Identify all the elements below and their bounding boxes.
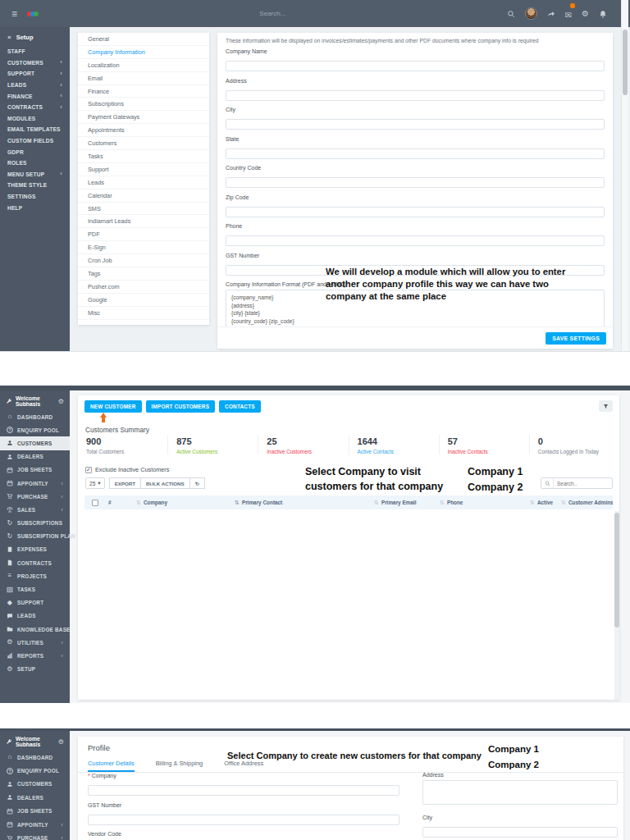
sidebar-item-customers[interactable]: CUSTOMERS: [0, 436, 70, 450]
sidebar-item-appointly[interactable]: APPOINTLY‹: [0, 818, 70, 831]
company-name-field[interactable]: [226, 61, 605, 71]
sidebar-item-email-templates[interactable]: EMAIL TEMPLATES: [0, 124, 70, 135]
sidebar-item-subscriptions[interactable]: ↻SUBSCRIPTIONS: [0, 517, 70, 530]
sidebar-item-theme-style[interactable]: THEME STYLE: [0, 180, 70, 191]
sidebar-item-job-sheets[interactable]: JOB SHEETS: [0, 463, 70, 477]
scrollbar-thumb[interactable]: [614, 513, 619, 628]
settings-item-finance[interactable]: Finance: [78, 85, 209, 98]
settings-item-company-information[interactable]: Company Information: [78, 46, 209, 59]
settings-item-customers[interactable]: Customers: [78, 137, 209, 150]
page-size-select[interactable]: 25▾: [85, 477, 105, 489]
sidebar-item-enquiry-pool[interactable]: ?ENQUIRY POOL: [0, 764, 70, 777]
sidebar-item-subscription-plan[interactable]: ↻SUBSCRIPTION PLAN: [0, 530, 70, 543]
column-header-active[interactable]: ⇅Active: [527, 500, 559, 506]
sidebar-item-customers[interactable]: CUSTOMERS‹: [0, 57, 70, 69]
city-field[interactable]: [422, 827, 618, 838]
settings-item-support[interactable]: Support: [78, 163, 209, 176]
scrollbar[interactable]: [621, 0, 628, 351]
exclude-inactive-checkbox[interactable]: ✓ Exclude Inactive Customers: [85, 466, 169, 473]
settings-item-general[interactable]: General: [78, 33, 209, 46]
state-field[interactable]: [226, 148, 605, 159]
sidebar-item-enquiry-pool[interactable]: ?ENQUIRY POOL: [0, 423, 70, 436]
tab-customer-details[interactable]: Customer Details: [88, 756, 135, 772]
sidebar-item-modules[interactable]: MODULES: [0, 113, 70, 125]
sidebar-item-purchase[interactable]: PURCHASE‹: [0, 490, 70, 503]
table-search[interactable]: [541, 477, 613, 489]
column-header-customer-admins[interactable]: ⇅Customer Admins: [559, 500, 613, 506]
sidebar-item-gdpr[interactable]: GDPR: [0, 146, 70, 158]
settings-item-sms[interactable]: SMS: [78, 203, 209, 216]
city-field[interactable]: [226, 119, 605, 130]
column-header-phone[interactable]: ⇅Phone: [437, 500, 527, 506]
phone-field[interactable]: [226, 235, 605, 246]
search-icon[interactable]: [507, 10, 515, 18]
settings-item-tags[interactable]: Tags: [78, 267, 209, 281]
settings-item-subscriptions[interactable]: Subscriptions: [78, 98, 209, 111]
table-search-input[interactable]: [554, 481, 612, 486]
column-header-primary-contact[interactable]: ⇅Primary Contact: [232, 500, 372, 506]
settings-item-calendar[interactable]: Calendar: [78, 189, 209, 203]
settings-item-localization[interactable]: Localization: [78, 59, 209, 72]
settings-item-misc[interactable]: Misc: [78, 307, 209, 320]
sidebar-item-customers[interactable]: CUSTOMERS: [0, 778, 70, 791]
settings-item-pdf[interactable]: PDF: [78, 228, 209, 241]
sidebar-item-purchase[interactable]: PURCHASE‹: [0, 831, 70, 840]
sidebar-item-projects[interactable]: ≡PROJECTS: [0, 569, 70, 582]
sidebar-item-reports[interactable]: REPORTS‹: [0, 649, 70, 662]
gear-icon[interactable]: ⚙: [582, 10, 589, 18]
settings-item-google[interactable]: Google: [78, 294, 209, 307]
column-header-number[interactable]: #: [106, 500, 134, 505]
address-field[interactable]: [226, 90, 605, 101]
sidebar-welcome[interactable]: Welcome Subhasis ⚙: [0, 390, 70, 410]
company-field[interactable]: [88, 785, 399, 796]
sidebar-item-support[interactable]: SUPPORT‹: [0, 68, 70, 80]
sidebar-item-finance[interactable]: FINANCE‹: [0, 90, 70, 102]
sidebar-item-setup[interactable]: ⚙SETUP: [0, 663, 70, 676]
sidebar-item-dashboard[interactable]: ⌂DASHBOARD: [0, 751, 70, 764]
app-logo[interactable]: [27, 11, 39, 16]
select-all-checkbox[interactable]: [84, 500, 106, 506]
sidebar-item-dealers[interactable]: DEALERS: [0, 450, 70, 463]
sidebar-item-dealers[interactable]: DEALERS: [0, 791, 70, 804]
settings-item-cron-job[interactable]: Cron Job: [78, 254, 209, 267]
gst-number-field[interactable]: [88, 815, 399, 825]
global-search-input[interactable]: Search...: [48, 10, 497, 17]
bulk-actions-button[interactable]: BULK ACTIONS: [141, 477, 190, 489]
settings-item-payment-gateways[interactable]: Payment Gateways: [78, 111, 209, 124]
sidebar-item-settings[interactable]: SETTINGS: [0, 191, 70, 203]
settings-item-pusher-com[interactable]: Pusher.com: [78, 281, 209, 294]
settings-item-email[interactable]: Email: [78, 72, 209, 85]
address-field[interactable]: [422, 780, 618, 805]
scrollbar-thumb[interactable]: [623, 30, 628, 95]
sidebar-item-leads[interactable]: LEADS‹: [0, 80, 70, 91]
share-icon[interactable]: [547, 10, 555, 18]
gear-icon[interactable]: ⚙: [58, 398, 64, 405]
sidebar-item-leads[interactable]: LEADS: [0, 609, 70, 623]
refresh-button[interactable]: ↻: [190, 477, 205, 489]
column-header-company[interactable]: ⇅Company: [134, 500, 232, 506]
close-icon[interactable]: ×: [7, 34, 11, 41]
country-code-field[interactable]: [226, 177, 605, 188]
sidebar-item-appointly[interactable]: APPOINTLY‹: [0, 477, 70, 490]
sidebar-item-roles[interactable]: ROLES: [0, 158, 70, 169]
bell-icon[interactable]: [599, 10, 607, 18]
sidebar-item-dashboard[interactable]: ⌂DASHBOARD: [0, 410, 70, 423]
sidebar-item-menu-setup[interactable]: MENU SETUP‹: [0, 169, 70, 180]
settings-item-indiamart-leads[interactable]: Indiamart Leads: [78, 215, 209, 228]
settings-item-e-sign[interactable]: E-Sign: [78, 241, 209, 254]
column-header-primary-email[interactable]: ⇅Primary Email: [372, 500, 437, 506]
sidebar-item-custom-fields[interactable]: CUSTOM FIELDS: [0, 135, 70, 147]
menu-icon[interactable]: ≡: [11, 9, 17, 19]
sidebar-item-knowledge-base[interactable]: KNOWLEDGE BASE: [0, 623, 70, 636]
contacts-button[interactable]: CONTACTS: [219, 400, 261, 413]
filter-button[interactable]: [599, 400, 613, 412]
tab-billing-shipping[interactable]: Billing & Shipping: [156, 756, 203, 772]
sidebar-item-contracts[interactable]: CONTRACTS‹: [0, 102, 70, 113]
sidebar-item-expenses[interactable]: EXPENSES: [0, 543, 70, 556]
save-settings-button[interactable]: SAVE SETTINGS: [546, 332, 606, 345]
sidebar-item-utilities[interactable]: ⚙UTILITIES‹: [0, 636, 70, 649]
sidebar-item-help[interactable]: HELP: [0, 202, 70, 213]
settings-item-tasks[interactable]: Tasks: [78, 150, 209, 163]
settings-item-leads[interactable]: Leads: [78, 176, 209, 189]
avatar[interactable]: [525, 7, 537, 20]
